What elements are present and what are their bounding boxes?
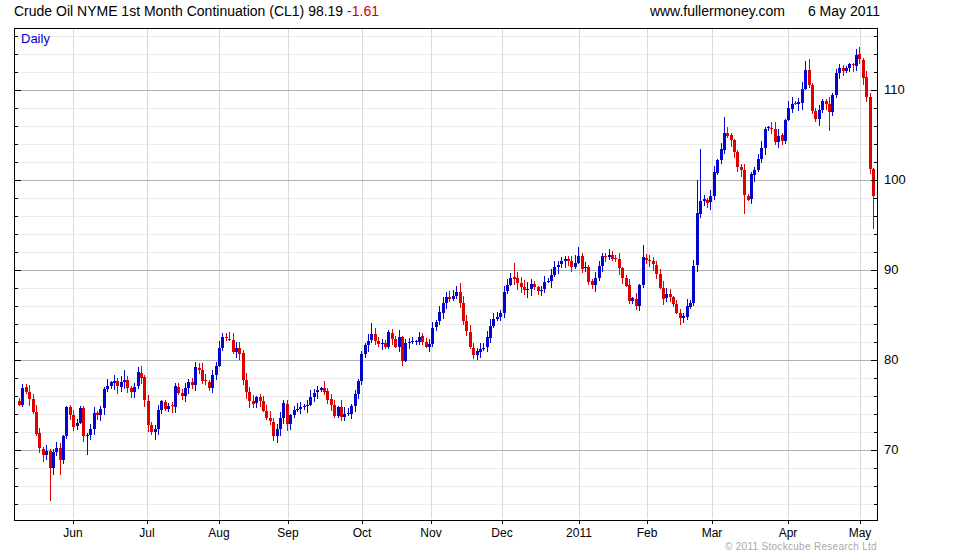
candle-down: [628, 285, 631, 300]
candle-up: [62, 436, 65, 459]
candle-down: [659, 274, 662, 288]
candle-down: [59, 448, 62, 460]
candle-up: [482, 348, 485, 349]
chart-window: Crude Oil NYME 1st Month Continuation (C…: [0, 0, 960, 560]
candle-up: [445, 297, 448, 303]
candle-up: [760, 148, 763, 159]
candle-up: [52, 452, 55, 468]
candle-down: [865, 77, 868, 96]
candle-up: [530, 284, 533, 288]
instrument-name: Crude Oil NYME 1st Month Continuation (C…: [14, 3, 304, 19]
candle-down: [384, 343, 387, 346]
candle-down: [232, 340, 235, 352]
candle-up: [442, 303, 445, 313]
candle-down: [459, 292, 462, 304]
candle-down: [242, 353, 245, 380]
candle-down: [570, 261, 573, 267]
candle-up: [845, 68, 848, 72]
candle-down: [611, 255, 614, 259]
candle-up: [360, 354, 363, 381]
candle-up: [767, 127, 770, 128]
candle-down: [38, 433, 41, 448]
chart-title: Crude Oil NYME 1st Month Continuation (C…: [14, 3, 379, 19]
frequency-label: Daily: [21, 31, 50, 46]
candle-up: [689, 303, 692, 306]
candle-up: [137, 372, 140, 386]
candle-up: [367, 341, 370, 346]
candle-down: [18, 401, 21, 405]
candle-down: [537, 287, 540, 291]
candle-up: [838, 68, 841, 73]
candle-down: [523, 287, 526, 291]
candle-down: [533, 284, 536, 287]
candle-up: [665, 294, 668, 298]
candle-down: [323, 388, 326, 392]
candle-up: [218, 348, 221, 366]
candle-down: [181, 393, 184, 396]
candle-up: [713, 172, 716, 196]
candle-up: [404, 343, 407, 360]
candle-down: [736, 152, 739, 167]
candle-down: [618, 259, 621, 268]
x-axis-label-dec: Dec: [480, 526, 524, 540]
candle-up: [509, 278, 512, 285]
x-axis-label-2011: 2011: [557, 526, 601, 540]
candle-up: [337, 407, 340, 416]
candle-down: [645, 258, 648, 260]
y-axis-label: 110: [884, 83, 924, 97]
candle-up: [753, 170, 756, 175]
candle-down: [591, 281, 594, 285]
candle-down: [252, 401, 255, 404]
candle-up: [381, 343, 384, 344]
candle-up: [631, 298, 634, 300]
candle-down: [262, 401, 265, 411]
y-axis-label: 90: [884, 263, 924, 277]
candle-up: [309, 397, 312, 405]
candle-down: [469, 332, 472, 348]
candle-down: [814, 111, 817, 119]
candle-up: [296, 409, 299, 410]
candle-down: [42, 449, 45, 456]
candle-up: [598, 266, 601, 278]
candle-up: [184, 388, 187, 396]
candle-down: [448, 297, 451, 299]
candle-down: [35, 412, 38, 434]
candle-down: [421, 336, 424, 341]
candle-up: [503, 292, 506, 313]
candle-up: [452, 296, 455, 298]
candle-down: [49, 451, 52, 468]
x-axis-label-oct: Oct: [340, 526, 384, 540]
candle-down: [28, 392, 31, 399]
y-axis-label: 70: [884, 443, 924, 457]
price-chart-canvas: [0, 0, 960, 560]
candle-down: [781, 135, 784, 140]
candle-down: [143, 377, 146, 400]
candle-up: [428, 344, 431, 348]
candle-down: [669, 294, 672, 297]
candle-down: [374, 334, 377, 342]
candle-up: [784, 120, 787, 141]
candle-down: [604, 256, 607, 257]
candle-down: [82, 408, 85, 436]
candle-up: [354, 394, 357, 405]
last-price: 98.19: [304, 3, 343, 19]
x-axis-label-sep: Sep: [266, 526, 310, 540]
candle-down: [825, 101, 828, 104]
candle-up: [289, 415, 292, 424]
candle-down: [635, 299, 638, 307]
candle-up: [682, 316, 685, 318]
candle-down: [747, 196, 750, 200]
candle-down: [730, 135, 733, 140]
candle-up: [93, 413, 96, 429]
x-axis-label-mar: Mar: [690, 526, 734, 540]
candle-up: [703, 199, 706, 201]
candle-down: [740, 167, 743, 171]
candle-up: [831, 95, 834, 113]
candle-down: [869, 97, 872, 169]
candle-down: [130, 388, 133, 392]
candle-up: [154, 429, 157, 433]
candle-up: [235, 348, 238, 352]
candle-down: [774, 129, 777, 142]
candle-down: [394, 339, 397, 347]
candle-up: [211, 375, 214, 387]
